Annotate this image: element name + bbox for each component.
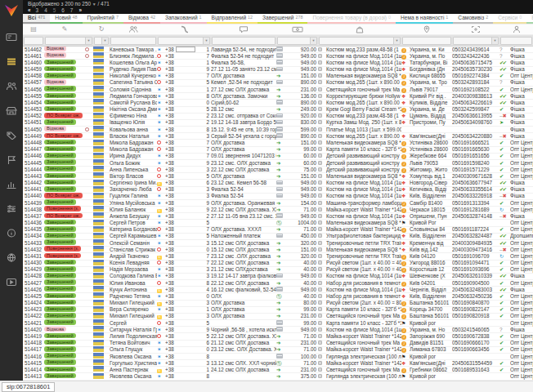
phone-number[interactable]: +38 bbox=[165, 133, 203, 140]
tracking-number[interactable]: 0501690666170 bbox=[452, 340, 499, 346]
tracking-number[interactable]: 0503241546065 bbox=[452, 327, 499, 333]
delivery-address[interactable]: Татарбунари, Ві bbox=[410, 60, 452, 66]
tracking-number[interactable]: 20450632824487 bbox=[452, 233, 499, 239]
delivery-address[interactable]: Київ 04201 bbox=[410, 280, 452, 287]
filter-status-dropdown[interactable]: ▼ bbox=[85, 38, 92, 45]
phone-edit-input[interactable] bbox=[176, 47, 195, 52]
tracking-number[interactable]: 20450633355614 bbox=[452, 186, 499, 193]
product-name[interactable]: Корректирующие брюки Hollyw bbox=[326, 93, 401, 100]
product-column-icon[interactable] bbox=[318, 25, 401, 33]
delivery-address[interactable]: Кегичівка, Відді bbox=[410, 186, 452, 193]
customer-name[interactable]: Сапегина Татьяна С.. bbox=[110, 79, 157, 86]
delivery-address[interactable]: Кам'янське(Дні bbox=[410, 360, 452, 367]
order-comment[interactable]: 22.12 смс ОЛХ доставка bbox=[211, 260, 276, 266]
customer-name[interactable]: Соломія Сідоніна bbox=[110, 87, 157, 93]
order-comment[interactable]: Фиалка 56-58, bbox=[211, 60, 276, 66]
product-name[interactable]: Рисуй светом (1шт. х 40.00 = 40 bbox=[326, 266, 401, 273]
customer-name[interactable]: Николай Кучеренко bbox=[110, 73, 157, 79]
delivery-address[interactable]: Гребники 08662 bbox=[410, 367, 452, 373]
globe-icon[interactable] bbox=[4, 251, 19, 264]
phone-number[interactable]: +38 bbox=[165, 146, 203, 153]
product-name[interactable]: Гирлянда электрическая (100 л bbox=[326, 373, 401, 380]
phone-number[interactable]: +38 bbox=[165, 287, 203, 293]
product-name[interactable]: Карта памяти 10 класс - 32Гб *1 bbox=[326, 320, 401, 327]
customer-name[interactable]: Нікітіна Оксана Дми.. bbox=[110, 106, 157, 113]
tracking-column-icon[interactable] bbox=[452, 25, 499, 33]
order-comment[interactable]: 16.12 смс фіалковий, 52-54 bbox=[211, 287, 276, 293]
filter-product[interactable]: ▼ bbox=[319, 37, 401, 45]
tracking-number[interactable]: 20450632450236 bbox=[452, 293, 499, 300]
product-name[interactable]: Майка-корсет Waist Trainer *142 bbox=[326, 346, 401, 353]
delivery-address[interactable]: Київ 04120 bbox=[410, 253, 452, 260]
orders-icon[interactable] bbox=[4, 55, 19, 68]
phone-column-icon[interactable] bbox=[165, 25, 203, 33]
delivery-address[interactable]: Куликів, Відділе bbox=[410, 100, 452, 106]
tab-Самовивіз[interactable]: Самовивіз2 bbox=[453, 14, 493, 24]
filter-flag-dropdown[interactable]: ▼ bbox=[101, 38, 108, 45]
filter-phone[interactable]: ▼ bbox=[158, 37, 210, 45]
product-name[interactable]: Детский развивающий констру bbox=[326, 160, 401, 167]
phone-number[interactable]: +38 bbox=[165, 106, 203, 113]
tracking-number[interactable]: 0501690840870 bbox=[452, 300, 499, 306]
customer-name[interactable]: Горгулько Христина. bbox=[110, 360, 157, 367]
tracking-number[interactable]: 0501691093696 bbox=[452, 266, 499, 273]
tracking-number[interactable]: 20400309473416 bbox=[452, 247, 499, 253]
tab-Відмова[interactable]: Відмова42 bbox=[123, 14, 160, 24]
tab-Нема в наявності[interactable]: Нема в наявності1 bbox=[396, 14, 453, 24]
product-name[interactable]: Костюм на флисе Мод.1014 (1ш bbox=[326, 193, 401, 199]
customer-name[interactable]: Андрій Ткаченко bbox=[110, 253, 157, 260]
tracking-number[interactable]: 0501690820918 bbox=[452, 313, 499, 319]
delivery-address[interactable]: Коростишів 12 bbox=[410, 266, 452, 273]
tracking-number[interactable]: 0501691281689 bbox=[452, 207, 499, 213]
order-comment[interactable]: 27.12 11-05 занято 23.12 смс . bbox=[211, 66, 276, 73]
order-comment[interactable]: ОЛХ доставка. Замочки bbox=[211, 93, 276, 100]
tab-В дорозі додому[interactable]: В дорозі додому0 bbox=[526, 14, 533, 24]
product-name[interactable]: Рисуй светом (2шт. х 40.00 = 80 bbox=[326, 300, 401, 306]
phone-number[interactable]: +38 bbox=[165, 327, 203, 333]
tracking-number[interactable]: 0503243439614 bbox=[452, 47, 499, 53]
delivery-address[interactable]: Шевченкове (Х bbox=[410, 273, 452, 279]
customer-name[interactable]: Лилия Подолинская bbox=[110, 333, 157, 340]
phone-number[interactable]: +38 bbox=[165, 247, 203, 253]
tracking-number[interactable]: 0501691651656 bbox=[452, 153, 499, 159]
customer-name[interactable]: Юлия Иванова bbox=[110, 280, 157, 287]
price-tag-icon[interactable] bbox=[4, 128, 19, 141]
product-name[interactable]: Куртка Замш Мод. 250 (1шт. х 8 bbox=[326, 119, 401, 126]
customer-name[interactable]: Людмила Гончарова bbox=[110, 93, 157, 100]
order-comment[interactable]: Фиалка 52-54 bbox=[211, 193, 276, 199]
product-name[interactable]: Костюм мод.233 разм,48-58 (1 bbox=[326, 47, 401, 53]
delivery-address[interactable]: Лиманка 67803 bbox=[410, 346, 452, 353]
order-comment[interactable]: Наложенный платеж bbox=[211, 233, 276, 239]
delivery-address[interactable]: Кривой рог bbox=[410, 320, 452, 327]
phone-number[interactable]: +38 bbox=[165, 100, 203, 106]
product-name[interactable]: Костюм на флисе Мод.1014 (1ш bbox=[326, 60, 401, 66]
phone-number[interactable]: +38 bbox=[165, 373, 203, 380]
phone-number[interactable]: +38 bbox=[165, 53, 203, 60]
delivery-address[interactable]: Корець 34700 bbox=[410, 306, 452, 313]
phone-number[interactable]: +38 bbox=[165, 180, 203, 186]
product-name[interactable]: Детский развивающий констру bbox=[326, 167, 401, 173]
delivery-address[interactable]: Украина, м. Ки bbox=[410, 47, 452, 53]
filter-phone-dropdown[interactable]: ▼ bbox=[203, 38, 209, 45]
tracking-number[interactable]: 20400309671628 bbox=[452, 173, 499, 180]
customer-name[interactable]: Близнюк Людмила .. bbox=[110, 53, 157, 60]
product-name[interactable]: Рисуй светом (1шт. х 40.00 = 40 bbox=[326, 260, 401, 266]
delivery-address[interactable]: Баштанка 56101 bbox=[410, 313, 452, 319]
delivery-address[interactable]: Кривой рог bbox=[410, 373, 452, 380]
delivery-address[interactable]: Цумань, Віддід bbox=[410, 113, 452, 119]
tracking-number[interactable]: 0501690904500 bbox=[452, 280, 499, 287]
delivery-address[interactable]: Устинівка 28600 bbox=[410, 146, 452, 153]
filter-price[interactable]: ▼ bbox=[277, 37, 317, 45]
phone-number[interactable]: +38 bbox=[165, 160, 203, 167]
customer-name[interactable]: Микола Бадражан bbox=[110, 146, 157, 153]
order-comment[interactable]: ОЛХ доставка bbox=[211, 306, 276, 313]
customer-name[interactable]: Катерина Богданова bbox=[110, 226, 157, 233]
customer-name[interactable]: Тетяна Войтович bbox=[110, 340, 157, 346]
customer-name[interactable]: Руденко Лидия Пав.. bbox=[110, 66, 157, 73]
product-name[interactable]: Гирлянда электрическая (100 л bbox=[326, 354, 401, 360]
order-comment[interactable]: 21.12 смс ОЛХ доставка bbox=[211, 340, 276, 346]
phone-number[interactable]: +38 bbox=[165, 333, 203, 340]
delivery-address[interactable]: Новгород-Сівер bbox=[410, 180, 452, 186]
customer-name[interactable]: Ольга Божик bbox=[110, 160, 157, 167]
phone-number[interactable]: +38 bbox=[165, 260, 203, 266]
